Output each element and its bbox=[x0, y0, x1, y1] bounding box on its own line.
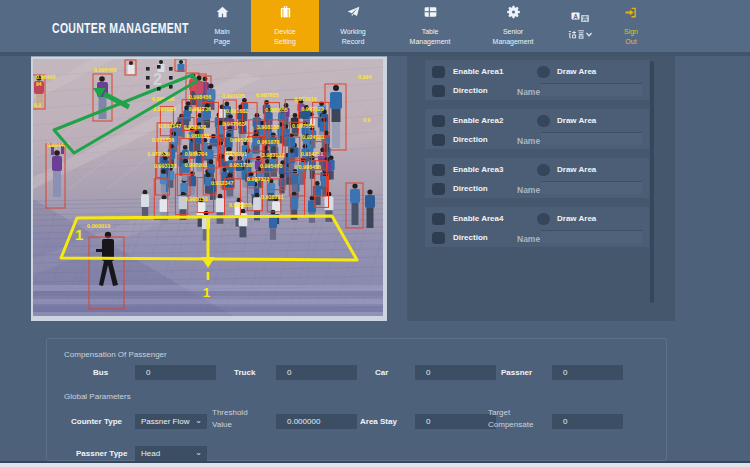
svg-text:2: 2 bbox=[153, 71, 162, 88]
svg-text:0.991682: 0.991682 bbox=[226, 108, 248, 114]
svg-text:0.997323: 0.997323 bbox=[301, 106, 323, 112]
svg-text:3.908158: 3.908158 bbox=[257, 124, 279, 130]
svg-text:0.995460: 0.995460 bbox=[260, 163, 282, 169]
svg-text:3.991035: 3.991035 bbox=[222, 93, 244, 99]
svg-text:0.96442: 0.96442 bbox=[36, 74, 56, 80]
svg-text:0.995460: 0.995460 bbox=[94, 67, 116, 73]
svg-text:0.938291: 0.938291 bbox=[261, 194, 283, 200]
svg-text:A: A bbox=[573, 13, 578, 20]
svg-text:0.997323: 0.997323 bbox=[247, 176, 269, 182]
svg-text:0.998456: 0.998456 bbox=[189, 94, 211, 100]
svg-text:0.932938: 0.932938 bbox=[184, 124, 206, 130]
svg-text:0.924551: 0.924551 bbox=[302, 134, 324, 140]
svg-text:0.947563: 0.947563 bbox=[222, 121, 244, 127]
svg-text:0.000010: 0.000010 bbox=[87, 223, 110, 229]
svg-text:3.983133: 3.983133 bbox=[262, 152, 284, 158]
svg-text:0.961078: 0.961078 bbox=[257, 139, 279, 145]
svg-text:0.981038: 0.981038 bbox=[187, 133, 209, 139]
svg-text:0.994: 0.994 bbox=[358, 74, 372, 80]
svg-text:0.991736: 0.991736 bbox=[152, 137, 174, 143]
svg-text:0.981736: 0.981736 bbox=[189, 106, 211, 112]
svg-text:0.985655: 0.985655 bbox=[229, 202, 251, 208]
svg-text:0.972016: 0.972016 bbox=[294, 96, 316, 102]
svg-text:0.9: 0.9 bbox=[34, 102, 41, 108]
svg-text:0.912347: 0.912347 bbox=[211, 180, 233, 186]
svg-text:0.997555: 0.997555 bbox=[292, 123, 314, 129]
svg-text:0.997203: 0.997203 bbox=[185, 162, 207, 168]
svg-text:0.972639: 0.972639 bbox=[147, 151, 169, 157]
svg-text:1: 1 bbox=[203, 285, 210, 300]
svg-text:0.912347: 0.912347 bbox=[159, 123, 181, 129]
svg-text:0.914751: 0.914751 bbox=[301, 151, 323, 157]
svg-text:0.998456: 0.998456 bbox=[298, 164, 320, 170]
svg-text:0.987655: 0.987655 bbox=[256, 92, 278, 98]
svg-text:0.995153: 0.995153 bbox=[185, 196, 207, 202]
svg-text:0.985655: 0.985655 bbox=[265, 107, 287, 113]
svg-text:0.985704: 0.985704 bbox=[185, 151, 207, 157]
svg-text:0.938291: 0.938291 bbox=[225, 151, 247, 157]
svg-text:0.995153: 0.995153 bbox=[230, 137, 252, 143]
svg-text:0.993133: 0.993133 bbox=[154, 163, 176, 169]
svg-text:3.951035: 3.951035 bbox=[153, 106, 175, 112]
svg-text:94: 94 bbox=[36, 81, 42, 87]
svg-text:0.9: 0.9 bbox=[363, 117, 370, 123]
svg-text:0.951738: 0.951738 bbox=[229, 162, 251, 168]
svg-text:1: 1 bbox=[75, 226, 83, 243]
